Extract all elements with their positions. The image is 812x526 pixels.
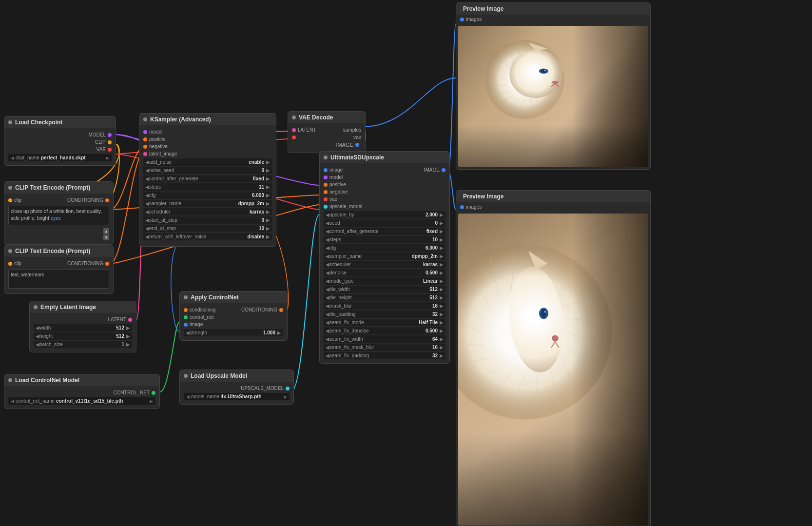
seed-param[interactable]: ◀ seed 0 ▶ [324, 219, 445, 227]
ksampler-neg-label: negative [149, 144, 168, 149]
strength-param[interactable]: ◀ strength 1.000 ▶ [184, 329, 283, 336]
start-at-step-param[interactable]: ◀ start_at_step 0 ▶ [143, 216, 272, 224]
width-prev[interactable]: ◀ [36, 325, 39, 331]
end-at-step-param[interactable]: ◀ end_at_step 10 ▶ [143, 225, 272, 232]
vae-decode-vae-out: vae [353, 135, 361, 140]
u-mask-blur[interactable]: ◀ mask_blur 16 ▶ [324, 302, 445, 310]
batch-size-param[interactable]: ◀ batch_size 1 ▶ [34, 341, 132, 348]
latent-output-port[interactable] [128, 318, 132, 322]
u-denoise[interactable]: ◀ denoise 0.500 ▶ [324, 269, 445, 276]
um-label: model_name [191, 394, 219, 399]
node-status-dot [8, 120, 12, 124]
cn-prev-btn[interactable]: ◀ [11, 399, 14, 404]
upscale-model-out-port[interactable] [286, 387, 290, 390]
load-checkpoint-header: Load Checkpoint [4, 117, 116, 128]
u-cfg[interactable]: ◀ cfg 6.000 ▶ [324, 244, 445, 252]
height-param[interactable]: ◀ height 512 ▶ [34, 332, 132, 340]
u-seam-fix-denoise[interactable]: ◀ seam_fix_denoise 0.500 ▶ [324, 327, 445, 334]
sampler-name-param[interactable]: ◀ sampler_name dpmpp_2m ▶ [143, 200, 272, 207]
vae-decode-title: VAE Decode [299, 114, 333, 121]
upscale-image-in[interactable] [324, 168, 328, 172]
u-tile-height[interactable]: ◀ tile_height 512 ▶ [324, 294, 445, 301]
empty-latent-title: Empty Latent Image [40, 304, 96, 311]
ksampler-neg-in[interactable] [143, 145, 147, 149]
u-seam-fix-mask-blur[interactable]: ◀ seam_fix_mask_blur 16 ▶ [324, 344, 445, 351]
add-noise-param[interactable]: ◀ add_noise enable ▶ [143, 158, 272, 166]
u-seam-fix-padding[interactable]: ◀ seam_fix_padding 32 ▶ [324, 352, 445, 359]
u-tile-padding[interactable]: ◀ tile_padding 32 ▶ [324, 311, 445, 318]
scroll-up-btn[interactable]: ▲ [103, 228, 109, 234]
vae-decode-header: VAE Decode [288, 112, 365, 123]
um-prev[interactable]: ◀ [186, 394, 190, 399]
cn-net-in[interactable] [184, 315, 188, 319]
upscale-pos-in[interactable] [324, 183, 328, 187]
um-next[interactable]: ▶ [284, 394, 287, 399]
preview-1-port: images [456, 15, 650, 24]
ckpt-next-btn[interactable]: ▶ [106, 156, 109, 160]
scheduler-param[interactable]: ◀ scheduler karras ▶ [143, 208, 272, 215]
upscale-vae-in[interactable] [324, 197, 328, 201]
ksampler-latent-in[interactable] [143, 152, 147, 156]
controlnet-name-row[interactable]: ◀ control_net_name control_v11f1e_sd15_t… [8, 397, 155, 405]
ksampler-model-in[interactable] [143, 130, 147, 134]
clip-input-port[interactable] [8, 198, 12, 202]
latent-output-label: LATENT [108, 317, 126, 322]
ksampler-pos-in[interactable] [143, 137, 147, 141]
conditioning-output-port[interactable] [105, 198, 109, 202]
ckpt-name-row[interactable]: ◀ ckpt_name perfect_hands.ckpt ▶ [8, 154, 112, 161]
ckpt-value: perfect_hands.ckpt [41, 155, 104, 160]
height-next[interactable]: ▶ [126, 333, 130, 339]
upscale-by-param[interactable]: ◀ upscale_by 2.000 ▶ [324, 211, 445, 218]
u-control-after-generate[interactable]: ◀ control_after_generate fixed ▶ [324, 228, 445, 235]
conditioning-output-port-neg[interactable] [105, 262, 109, 266]
upscale-neg-in[interactable] [324, 190, 328, 194]
cn-conditioning-in[interactable] [184, 308, 188, 312]
u-seam-fix-width[interactable]: ◀ seam_fix_width 64 ▶ [324, 335, 445, 343]
node-dot8 [184, 295, 188, 299]
cn-next-btn[interactable]: ▶ [150, 399, 153, 404]
steps-param[interactable]: ◀ steps 11 ▶ [143, 183, 272, 191]
ckpt-prev-btn[interactable]: ◀ [11, 156, 14, 160]
preview-2-image-in[interactable] [460, 205, 464, 209]
return-noise-param[interactable]: ◀ return_with_leftover_noise disable ▶ [143, 233, 272, 240]
vae-output-port[interactable] [108, 148, 112, 152]
u-sampler[interactable]: ◀ sampler_name dpmpp_2m ▶ [324, 253, 445, 260]
scroll-down-btn[interactable]: ▼ [103, 234, 109, 240]
noise-seed-param[interactable]: ◀ noise_seed 0 ▶ [143, 167, 272, 174]
height-prev[interactable]: ◀ [36, 333, 39, 339]
upscale-model-label: model [329, 175, 343, 180]
image-out-port[interactable] [355, 143, 359, 147]
vae-decode-latent-in[interactable] [292, 128, 296, 132]
upscale-model-in[interactable] [324, 175, 328, 179]
cn-conditioning-out-label: CONDITIONING [241, 307, 277, 312]
um-value: 4x-UltraSharp.pth [221, 394, 282, 399]
u-steps[interactable]: ◀ steps 10 ▶ [324, 236, 445, 243]
width-next[interactable]: ▶ [126, 325, 130, 331]
width-param[interactable]: ◀ width 512 ▶ [34, 324, 132, 331]
preview-1-image-in[interactable] [460, 18, 464, 21]
upscale-image-out[interactable] [442, 168, 445, 172]
u-seam-fix-mode[interactable]: ◀ seam_fix_mode Half Tile ▶ [324, 319, 445, 326]
vae-decode-vae-in[interactable] [292, 136, 296, 139]
u-tile-width[interactable]: ◀ tile_width 512 ▶ [324, 286, 445, 293]
control-after-generate-param[interactable]: ◀ control_after_generate fixed ▶ [143, 175, 272, 182]
apply-controlnet-title: Apply ControlNet [191, 294, 239, 301]
height-value: 512 [116, 333, 124, 339]
negative-prompt-text[interactable]: text, watermark [8, 269, 109, 289]
upscale-model-row[interactable]: ◀ model_name 4x-UltraSharp.pth ▶ [184, 393, 290, 400]
clip-input-port-neg[interactable] [8, 262, 12, 266]
upscale-vae-label: vae [329, 196, 337, 202]
batch-next[interactable]: ▶ [126, 342, 130, 347]
upscale-neg-label: negative [329, 189, 348, 195]
u-mode-type[interactable]: ◀ mode_type Linear ▶ [324, 277, 445, 285]
batch-prev[interactable]: ◀ [36, 342, 39, 347]
u-scheduler[interactable]: ◀ scheduler karras ▶ [324, 261, 445, 268]
control-net-output-port[interactable] [152, 391, 155, 395]
cn-image-in[interactable] [184, 323, 188, 327]
upscale-model-port[interactable] [324, 205, 328, 209]
cn-conditioning-out[interactable] [279, 308, 283, 312]
clip-output-port[interactable] [108, 140, 112, 144]
model-output-port[interactable] [108, 133, 112, 137]
positive-prompt-text[interactable]: close up photo of a white lion, best qua… [8, 206, 109, 225]
cfg-param[interactable]: ◀ cfg 6.000 ▶ [143, 192, 272, 199]
